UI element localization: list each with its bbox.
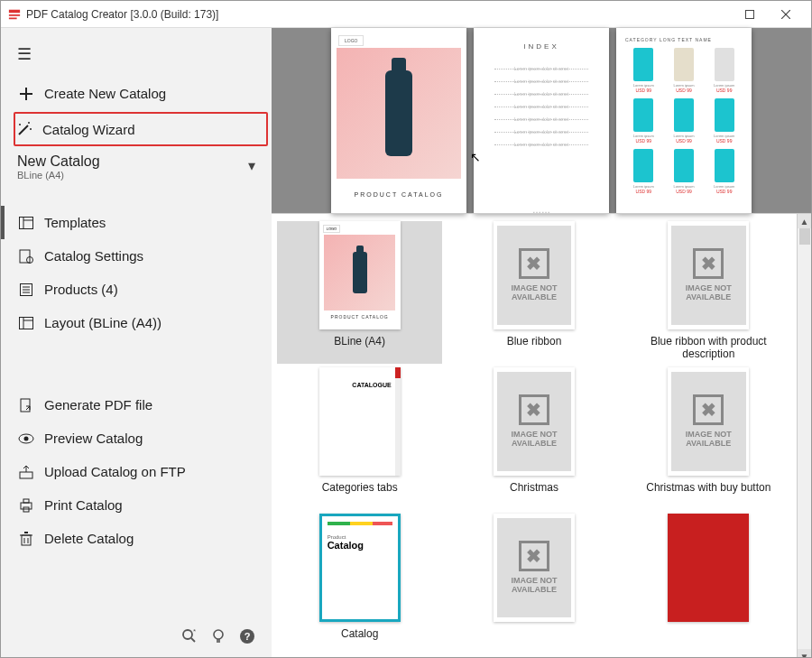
settings-label: Catalog Settings xyxy=(44,248,143,264)
template-tile[interactable]: CATALOGUECategories tabs xyxy=(277,367,442,510)
template-thumb xyxy=(668,514,749,622)
catalog-settings-item[interactable]: Catalog Settings xyxy=(1,239,272,273)
catalog-wizard[interactable]: Catalog Wizard xyxy=(14,112,268,146)
template-thumb: CATALOGUE xyxy=(319,367,401,476)
upload-ftp-item[interactable]: Upload Catalog on FTP xyxy=(1,455,272,488)
sidebar: ☰ Create New Catalog Catalog Wizard ▾ Ne… xyxy=(1,28,272,657)
close-button[interactable] xyxy=(768,1,804,28)
svg-rect-1 xyxy=(9,14,20,16)
svg-line-37 xyxy=(191,638,195,642)
svg-rect-24 xyxy=(21,399,30,412)
template-label: Categories tabs xyxy=(322,481,398,494)
template-label: Blue ribbon xyxy=(507,335,562,348)
preview-strip: LOGO PRODUCT CATALOG INDEX Lorem ipsum d… xyxy=(272,28,811,213)
svg-rect-27 xyxy=(20,472,32,478)
delete-catalog-item[interactable]: Delete Catalog xyxy=(1,522,272,555)
generate-label: Generate PDF file xyxy=(44,397,152,412)
preview-page-cover: LOGO PRODUCT CATALOG xyxy=(331,28,466,213)
bulb-icon[interactable] xyxy=(212,628,225,648)
template-thumb: ✖IMAGE NOTAVAILABLE xyxy=(494,367,575,476)
template-tile[interactable] xyxy=(626,514,791,656)
svg-text:?: ? xyxy=(245,631,251,642)
catalog-dropdown[interactable]: ▾ New Catalog BLine (A4) xyxy=(1,148,272,190)
hamburger-icon[interactable]: ☰ xyxy=(1,39,272,77)
upload-label: Upload Catalog on FTP xyxy=(44,464,186,479)
svg-rect-21 xyxy=(20,317,33,329)
index-title: INDEX xyxy=(523,42,558,51)
products-label: Products (4) xyxy=(44,282,118,297)
cover-logo-tag: LOGO xyxy=(338,35,364,46)
svg-point-26 xyxy=(24,436,29,440)
chevron-down-icon: ▾ xyxy=(248,157,255,174)
scroll-thumb[interactable] xyxy=(799,228,810,245)
template-tile[interactable]: ✖IMAGE NOTAVAILABLEBlue ribbon with prod… xyxy=(626,221,791,364)
layout-label: Layout (BLine (A4)) xyxy=(44,315,161,330)
preview-label: Preview Catalog xyxy=(44,431,143,446)
scroll-down-arrow[interactable]: ▼ xyxy=(798,649,811,658)
delete-label: Delete Catalog xyxy=(44,531,134,546)
upload-icon xyxy=(17,465,35,479)
svg-line-8 xyxy=(19,125,28,134)
template-label: Catalog xyxy=(341,627,378,640)
svg-point-10 xyxy=(28,122,30,124)
layout-icon xyxy=(17,317,35,329)
template-thumb: LOGOPRODUCT CATALOG xyxy=(319,221,401,329)
eye-icon xyxy=(17,433,35,444)
gallery-scrollbar[interactable]: ▲ ▼ xyxy=(797,214,811,658)
preview-page-index: INDEX Lorem ipsum dolor sit ametLorem ip… xyxy=(474,28,609,213)
template-label: Christmas xyxy=(510,481,558,494)
print-catalog-item[interactable]: Print Catalog xyxy=(1,488,272,522)
catalog-sub: BLine (A4) xyxy=(17,170,255,181)
maximize-button[interactable] xyxy=(732,1,768,28)
template-tile[interactable]: ✖IMAGE NOTAVAILABLEChristmas xyxy=(451,367,616,510)
svg-rect-15 xyxy=(20,250,30,263)
template-thumb: ✖IMAGE NOTAVAILABLE xyxy=(494,514,575,622)
catalog-name: New Catalog xyxy=(17,153,255,170)
templates-label: Templates xyxy=(44,215,106,230)
content-area: LOGO PRODUCT CATALOG INDEX Lorem ipsum d… xyxy=(272,28,811,657)
svg-point-36 xyxy=(183,630,192,639)
footer-icons: * ? xyxy=(1,619,272,657)
title-bar: PDF Catalog Creator [3.0.0 (Build: 173)] xyxy=(1,1,811,28)
template-tile[interactable]: LOGOPRODUCT CATALOGBLine (A4) xyxy=(277,221,442,364)
products-item[interactable]: Products (4) xyxy=(1,273,272,306)
svg-rect-0 xyxy=(9,9,20,13)
svg-point-9 xyxy=(19,124,21,125)
preview-page-grid: CATEGORY LONG TEXT NAME Lorem ipsumUSD 9… xyxy=(616,28,752,213)
template-tile[interactable]: ✖IMAGE NOTAVAILABLEBlue ribbon xyxy=(451,221,616,364)
template-label: BLine (A4) xyxy=(334,335,385,348)
template-label: Blue ribbon with product description xyxy=(626,335,791,360)
generate-pdf-item[interactable]: Generate PDF file xyxy=(1,388,272,422)
wand-icon xyxy=(15,121,33,137)
svg-rect-2 xyxy=(9,17,17,19)
svg-text:*: * xyxy=(193,628,196,635)
scroll-up-arrow[interactable]: ▲ xyxy=(798,214,811,228)
trash-icon xyxy=(17,532,35,546)
print-label: Print Catalog xyxy=(44,497,123,513)
templates-item[interactable]: Templates xyxy=(1,206,272,239)
template-tile[interactable]: ProductCatalogCatalog xyxy=(277,514,442,656)
templates-icon xyxy=(17,217,35,229)
create-new-catalog[interactable]: Create New Catalog xyxy=(1,77,272,110)
layout-item[interactable]: Layout (BLine (A4)) xyxy=(1,306,272,339)
template-thumb: ✖IMAGE NOTAVAILABLE xyxy=(668,367,749,476)
template-tile[interactable]: ✖IMAGE NOTAVAILABLE xyxy=(451,514,616,656)
svg-rect-28 xyxy=(21,503,32,509)
search-settings-icon[interactable]: * xyxy=(181,628,198,648)
svg-rect-29 xyxy=(23,499,29,503)
template-thumb: ProductCatalog xyxy=(319,514,401,622)
template-thumb: ✖IMAGE NOTAVAILABLE xyxy=(668,221,749,329)
template-tile[interactable]: ✖IMAGE NOTAVAILABLEChristmas with buy bu… xyxy=(626,367,791,510)
app-icon xyxy=(8,8,21,21)
help-icon[interactable]: ? xyxy=(239,628,255,648)
wizard-label: Catalog Wizard xyxy=(42,122,135,137)
plus-icon xyxy=(17,87,35,101)
preview-catalog-item[interactable]: Preview Catalog xyxy=(1,422,272,455)
template-thumb: ✖IMAGE NOTAVAILABLE xyxy=(494,221,575,329)
svg-rect-12 xyxy=(20,217,33,228)
settings-icon xyxy=(17,249,35,264)
svg-rect-3 xyxy=(746,10,754,18)
template-label: Christmas with buy button xyxy=(646,481,770,494)
template-gallery: LOGOPRODUCT CATALOGBLine (A4)✖IMAGE NOTA… xyxy=(272,213,811,658)
products-icon xyxy=(17,283,35,297)
